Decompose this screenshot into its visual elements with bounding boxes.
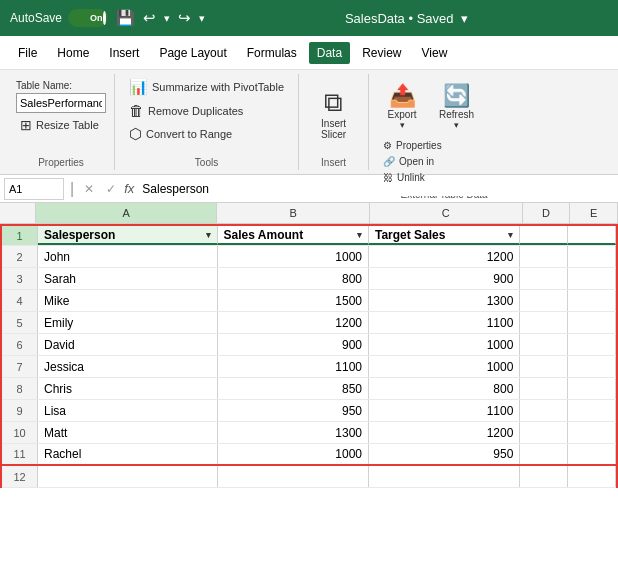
formula-confirm-icon[interactable]: ✓: [106, 182, 116, 196]
formula-cancel-icon[interactable]: ✕: [84, 182, 94, 196]
cell-d11[interactable]: [520, 444, 568, 464]
cell-a9[interactable]: Lisa: [38, 400, 218, 421]
cell-a2[interactable]: John: [38, 246, 218, 267]
cell-d12[interactable]: [520, 466, 568, 487]
cell-e5[interactable]: [568, 312, 616, 333]
cell-c10[interactable]: 1200: [369, 422, 520, 443]
summarize-pivot-button[interactable]: 📊 Summarize with PivotTable: [123, 76, 290, 98]
cell-d6[interactable]: [520, 334, 568, 355]
cell-a4[interactable]: Mike: [38, 290, 218, 311]
menu-formulas[interactable]: Formulas: [239, 42, 305, 64]
cell-reference-box[interactable]: A1: [4, 178, 64, 200]
cell-b8[interactable]: 850: [218, 378, 369, 399]
cell-a6[interactable]: David: [38, 334, 218, 355]
cell-a3[interactable]: Sarah: [38, 268, 218, 289]
header-cell-target-sales[interactable]: Target Sales ▾: [369, 226, 520, 245]
menu-data[interactable]: Data: [309, 42, 350, 64]
cell-c7[interactable]: 1000: [369, 356, 520, 377]
undo-icon[interactable]: ↩: [143, 9, 156, 27]
menu-page-layout[interactable]: Page Layout: [151, 42, 234, 64]
col-header-c[interactable]: C: [370, 203, 523, 223]
cell-d2[interactable]: [520, 246, 568, 267]
row-num-7[interactable]: 7: [2, 356, 38, 377]
header-cell-sales-amount[interactable]: Sales Amount ▾: [218, 226, 369, 245]
row-num-4[interactable]: 4: [2, 290, 38, 311]
col-header-b[interactable]: B: [217, 203, 370, 223]
col-header-e[interactable]: E: [570, 203, 618, 223]
cell-c11[interactable]: 950: [369, 444, 520, 464]
export-button[interactable]: 📤 Export ▾: [377, 76, 427, 136]
menu-home[interactable]: Home: [49, 42, 97, 64]
cell-d4[interactable]: [520, 290, 568, 311]
salesperson-dropdown-icon[interactable]: ▾: [206, 230, 211, 240]
convert-to-range-button[interactable]: ⬡ Convert to Range: [123, 123, 290, 145]
row-num-9[interactable]: 9: [2, 400, 38, 421]
table-name-input[interactable]: [16, 93, 106, 113]
header-cell-salesperson[interactable]: Salesperson ▾: [38, 226, 218, 245]
cell-c3[interactable]: 900: [369, 268, 520, 289]
export-chevron-icon[interactable]: ▾: [400, 120, 405, 130]
cell-a10[interactable]: Matt: [38, 422, 218, 443]
menu-insert[interactable]: Insert: [101, 42, 147, 64]
cell-d3[interactable]: [520, 268, 568, 289]
cell-b7[interactable]: 1100: [218, 356, 369, 377]
save-icon[interactable]: 💾: [116, 9, 135, 27]
cell-b5[interactable]: 1200: [218, 312, 369, 333]
insert-slicer-button[interactable]: ⧉ InsertSlicer: [307, 76, 360, 151]
col-header-d[interactable]: D: [523, 203, 571, 223]
cell-b2[interactable]: 1000: [218, 246, 369, 267]
properties-button[interactable]: ⚙ Properties: [377, 138, 511, 153]
menu-file[interactable]: File: [10, 42, 45, 64]
row-num-5[interactable]: 5: [2, 312, 38, 333]
cell-b4[interactable]: 1500: [218, 290, 369, 311]
refresh-chevron-icon[interactable]: ▾: [454, 120, 459, 130]
row-num-2[interactable]: 2: [2, 246, 38, 267]
cell-b9[interactable]: 950: [218, 400, 369, 421]
cell-e12[interactable]: [568, 466, 616, 487]
cell-d9[interactable]: [520, 400, 568, 421]
cell-a8[interactable]: Chris: [38, 378, 218, 399]
cell-e11[interactable]: [568, 444, 616, 464]
open-in-button[interactable]: 🔗 Open in: [377, 154, 511, 169]
redo-icon[interactable]: ↪: [178, 9, 191, 27]
cell-e3[interactable]: [568, 268, 616, 289]
cell-e7[interactable]: [568, 356, 616, 377]
cell-e6[interactable]: [568, 334, 616, 355]
cell-c12[interactable]: [369, 466, 520, 487]
row-num-6[interactable]: 6: [2, 334, 38, 355]
sales-amount-dropdown-icon[interactable]: ▾: [357, 230, 362, 240]
cell-c6[interactable]: 1000: [369, 334, 520, 355]
cell-d8[interactable]: [520, 378, 568, 399]
cell-b6[interactable]: 900: [218, 334, 369, 355]
cell-b11[interactable]: 1000: [218, 444, 369, 464]
row-num-11[interactable]: 11: [2, 444, 38, 464]
cell-d10[interactable]: [520, 422, 568, 443]
cell-c8[interactable]: 800: [369, 378, 520, 399]
cell-e2[interactable]: [568, 246, 616, 267]
refresh-button[interactable]: 🔄 Refresh ▾: [431, 76, 482, 136]
row-num-1[interactable]: 1: [2, 226, 38, 245]
cell-e9[interactable]: [568, 400, 616, 421]
cell-c4[interactable]: 1300: [369, 290, 520, 311]
cell-e8[interactable]: [568, 378, 616, 399]
cell-c2[interactable]: 1200: [369, 246, 520, 267]
title-chevron[interactable]: ▾: [461, 11, 468, 26]
menu-view[interactable]: View: [414, 42, 456, 64]
cell-d7[interactable]: [520, 356, 568, 377]
cell-b3[interactable]: 800: [218, 268, 369, 289]
cell-a12[interactable]: [38, 466, 218, 487]
menu-review[interactable]: Review: [354, 42, 409, 64]
col-header-a[interactable]: A: [36, 203, 217, 223]
target-sales-dropdown-icon[interactable]: ▾: [508, 230, 513, 240]
cell-a11[interactable]: Rachel: [38, 444, 218, 464]
cell-a7[interactable]: Jessica: [38, 356, 218, 377]
cell-e10[interactable]: [568, 422, 616, 443]
formula-input[interactable]: [138, 182, 614, 196]
cell-a5[interactable]: Emily: [38, 312, 218, 333]
row-num-8[interactable]: 8: [2, 378, 38, 399]
cell-b12[interactable]: [218, 466, 369, 487]
row-num-3[interactable]: 3: [2, 268, 38, 289]
cell-c9[interactable]: 1100: [369, 400, 520, 421]
remove-duplicates-button[interactable]: 🗑 Remove Duplicates: [123, 100, 290, 121]
undo-dropdown-icon[interactable]: ▾: [164, 12, 170, 25]
